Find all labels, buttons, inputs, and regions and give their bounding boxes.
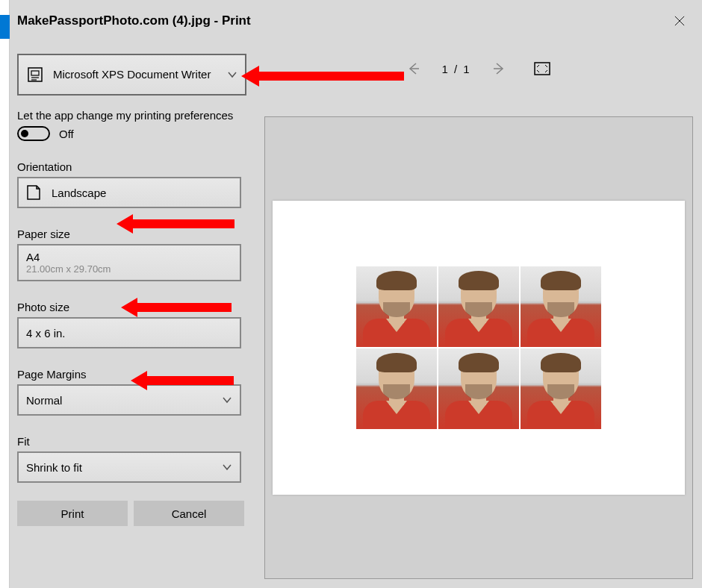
print-dialog: MakePassportPhoto.com (4).jpg - Print Mi… [10,0,702,588]
passport-photo [356,266,437,347]
passport-photo [356,348,437,429]
svg-rect-3 [31,71,39,75]
app-accent-block [0,15,10,39]
orientation-dropdown[interactable]: Landscape [17,177,241,208]
printer-dropdown[interactable]: Microsoft XPS Document Writer [17,54,246,96]
next-page-button[interactable] [492,62,506,75]
pagemargins-label: Page Margins [17,368,246,381]
papersize-dimensions: 21.00cm x 29.70cm [26,263,111,275]
passport-photo [438,266,519,347]
papersize-value: A4 [26,251,40,263]
printer-icon [26,66,44,84]
papersize-label: Paper size [17,228,246,240]
pagemargins-dropdown[interactable]: Normal [17,384,241,416]
prev-page-button[interactable] [407,62,420,75]
preferences-toggle-row: Off [17,126,246,141]
page-counter: 1 / 1 [441,63,470,75]
photo-grid [356,266,601,429]
preferences-label: Let the app change my printing preferenc… [17,109,246,122]
passport-photo [521,348,601,429]
page-preview [273,201,685,495]
close-button[interactable] [669,10,690,31]
photosize-label: Photo size [17,301,246,313]
chevron-down-icon [222,462,232,472]
passport-photo [438,348,519,429]
chevron-down-icon [222,395,232,405]
close-icon [674,16,685,26]
preview-viewport[interactable] [264,116,693,579]
title-bar: MakePassportPhoto.com (4).jpg - Print [10,0,702,39]
page-navigation: 1 / 1 [264,54,693,84]
printer-name: Microsoft XPS Document Writer [53,68,227,81]
svg-rect-8 [535,63,550,75]
photosize-value: 4 x 6 in. [26,327,222,340]
passport-photo [521,266,601,347]
orientation-value: Landscape [52,187,222,199]
pagemargins-value: Normal [26,394,222,407]
dialog-content: Microsoft XPS Document Writer Let the ap… [10,37,702,588]
app-left-strip [0,0,10,588]
settings-panel: Microsoft XPS Document Writer Let the ap… [10,37,255,588]
preferences-toggle[interactable] [17,126,50,141]
fit-to-window-button[interactable] [534,62,550,75]
dialog-title: MakePassportPhoto.com (4).jpg - Print [17,13,251,28]
svg-rect-2 [28,68,42,81]
cancel-button[interactable]: Cancel [134,501,244,526]
preferences-state: Off [59,128,74,140]
action-buttons: Print Cancel [17,501,246,526]
chevron-down-icon [227,69,237,80]
toggle-knob [21,130,28,137]
fit-dropdown[interactable]: Shrink to fit [17,451,241,483]
fit-label: Fit [17,435,246,448]
photosize-dropdown[interactable]: 4 x 6 in. [17,317,241,348]
fit-value: Shrink to fit [26,461,222,474]
print-button[interactable]: Print [17,501,128,526]
papersize-dropdown[interactable]: A4 21.00cm x 29.70cm [17,244,241,281]
orientation-label: Orientation [17,160,246,173]
page-landscape-icon [26,184,41,201]
preview-panel: 1 / 1 [255,37,702,588]
